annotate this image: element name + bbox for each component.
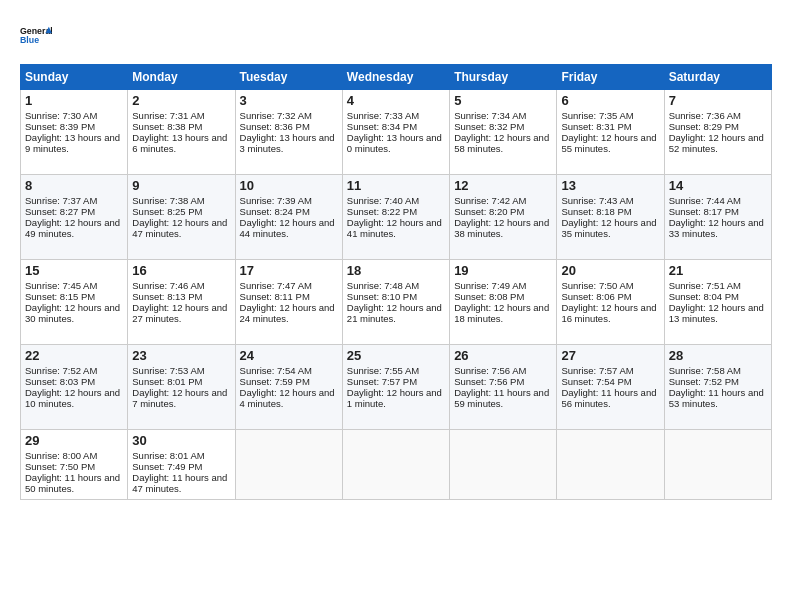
daylight-text: Daylight: 13 hours and 3 minutes. (240, 132, 335, 154)
calendar-cell: 23Sunrise: 7:53 AMSunset: 8:01 PMDayligh… (128, 345, 235, 430)
daylight-text: Daylight: 12 hours and 16 minutes. (561, 302, 656, 324)
sunset-text: Sunset: 7:49 PM (132, 461, 202, 472)
daylight-text: Daylight: 11 hours and 59 minutes. (454, 387, 549, 409)
calendar-cell: 5Sunrise: 7:34 AMSunset: 8:32 PMDaylight… (450, 90, 557, 175)
sunrise-text: Sunrise: 7:54 AM (240, 365, 312, 376)
daylight-text: Daylight: 12 hours and 49 minutes. (25, 217, 120, 239)
calendar-cell: 8Sunrise: 7:37 AMSunset: 8:27 PMDaylight… (21, 175, 128, 260)
sunset-text: Sunset: 8:39 PM (25, 121, 95, 132)
weekday-header-tuesday: Tuesday (235, 65, 342, 90)
logo: General Blue (20, 18, 52, 54)
day-number: 25 (347, 348, 445, 363)
daylight-text: Daylight: 11 hours and 56 minutes. (561, 387, 656, 409)
day-number: 19 (454, 263, 552, 278)
day-number: 18 (347, 263, 445, 278)
day-number: 27 (561, 348, 659, 363)
calendar-cell: 13Sunrise: 7:43 AMSunset: 8:18 PMDayligh… (557, 175, 664, 260)
day-number: 7 (669, 93, 767, 108)
day-number: 17 (240, 263, 338, 278)
calendar-cell (557, 430, 664, 500)
calendar-week-3: 15Sunrise: 7:45 AMSunset: 8:15 PMDayligh… (21, 260, 772, 345)
day-number: 11 (347, 178, 445, 193)
daylight-text: Daylight: 12 hours and 52 minutes. (669, 132, 764, 154)
calendar-cell: 29Sunrise: 8:00 AMSunset: 7:50 PMDayligh… (21, 430, 128, 500)
calendar-cell: 12Sunrise: 7:42 AMSunset: 8:20 PMDayligh… (450, 175, 557, 260)
sunrise-text: Sunrise: 7:43 AM (561, 195, 633, 206)
day-number: 21 (669, 263, 767, 278)
sunrise-text: Sunrise: 7:34 AM (454, 110, 526, 121)
calendar-cell: 24Sunrise: 7:54 AMSunset: 7:59 PMDayligh… (235, 345, 342, 430)
sunrise-text: Sunrise: 7:42 AM (454, 195, 526, 206)
sunrise-text: Sunrise: 7:44 AM (669, 195, 741, 206)
sunset-text: Sunset: 8:25 PM (132, 206, 202, 217)
sunrise-text: Sunrise: 7:40 AM (347, 195, 419, 206)
sunrise-text: Sunrise: 7:53 AM (132, 365, 204, 376)
calendar-cell: 26Sunrise: 7:56 AMSunset: 7:56 PMDayligh… (450, 345, 557, 430)
sunset-text: Sunset: 8:27 PM (25, 206, 95, 217)
sunset-text: Sunset: 8:36 PM (240, 121, 310, 132)
sunrise-text: Sunrise: 7:30 AM (25, 110, 97, 121)
weekday-header-thursday: Thursday (450, 65, 557, 90)
daylight-text: Daylight: 11 hours and 47 minutes. (132, 472, 227, 494)
sunrise-text: Sunrise: 8:00 AM (25, 450, 97, 461)
day-number: 4 (347, 93, 445, 108)
sunrise-text: Sunrise: 7:31 AM (132, 110, 204, 121)
daylight-text: Daylight: 13 hours and 6 minutes. (132, 132, 227, 154)
header: General Blue (20, 18, 772, 54)
sunset-text: Sunset: 8:32 PM (454, 121, 524, 132)
daylight-text: Daylight: 12 hours and 27 minutes. (132, 302, 227, 324)
sunrise-text: Sunrise: 7:52 AM (25, 365, 97, 376)
sunrise-text: Sunrise: 8:01 AM (132, 450, 204, 461)
sunset-text: Sunset: 8:18 PM (561, 206, 631, 217)
sunrise-text: Sunrise: 7:50 AM (561, 280, 633, 291)
daylight-text: Daylight: 12 hours and 24 minutes. (240, 302, 335, 324)
calendar-cell (450, 430, 557, 500)
calendar-cell: 2Sunrise: 7:31 AMSunset: 8:38 PMDaylight… (128, 90, 235, 175)
sunset-text: Sunset: 8:06 PM (561, 291, 631, 302)
svg-text:Blue: Blue (20, 35, 39, 45)
sunset-text: Sunset: 8:04 PM (669, 291, 739, 302)
calendar-cell: 27Sunrise: 7:57 AMSunset: 7:54 PMDayligh… (557, 345, 664, 430)
weekday-header-friday: Friday (557, 65, 664, 90)
calendar-cell: 17Sunrise: 7:47 AMSunset: 8:11 PMDayligh… (235, 260, 342, 345)
sunrise-text: Sunrise: 7:36 AM (669, 110, 741, 121)
sunset-text: Sunset: 8:24 PM (240, 206, 310, 217)
daylight-text: Daylight: 12 hours and 21 minutes. (347, 302, 442, 324)
day-number: 9 (132, 178, 230, 193)
daylight-text: Daylight: 12 hours and 30 minutes. (25, 302, 120, 324)
day-number: 26 (454, 348, 552, 363)
calendar-cell: 19Sunrise: 7:49 AMSunset: 8:08 PMDayligh… (450, 260, 557, 345)
daylight-text: Daylight: 11 hours and 53 minutes. (669, 387, 764, 409)
calendar-cell: 21Sunrise: 7:51 AMSunset: 8:04 PMDayligh… (664, 260, 771, 345)
calendar-cell: 30Sunrise: 8:01 AMSunset: 7:49 PMDayligh… (128, 430, 235, 500)
day-number: 20 (561, 263, 659, 278)
sunset-text: Sunset: 8:11 PM (240, 291, 310, 302)
sunrise-text: Sunrise: 7:33 AM (347, 110, 419, 121)
sunset-text: Sunset: 8:10 PM (347, 291, 417, 302)
daylight-text: Daylight: 12 hours and 38 minutes. (454, 217, 549, 239)
calendar-cell: 28Sunrise: 7:58 AMSunset: 7:52 PMDayligh… (664, 345, 771, 430)
day-number: 1 (25, 93, 123, 108)
sunset-text: Sunset: 8:03 PM (25, 376, 95, 387)
sunset-text: Sunset: 7:56 PM (454, 376, 524, 387)
day-number: 23 (132, 348, 230, 363)
day-number: 3 (240, 93, 338, 108)
sunset-text: Sunset: 8:15 PM (25, 291, 95, 302)
daylight-text: Daylight: 12 hours and 1 minute. (347, 387, 442, 409)
sunrise-text: Sunrise: 7:49 AM (454, 280, 526, 291)
day-number: 28 (669, 348, 767, 363)
day-number: 10 (240, 178, 338, 193)
calendar-cell (664, 430, 771, 500)
sunrise-text: Sunrise: 7:38 AM (132, 195, 204, 206)
sunrise-text: Sunrise: 7:32 AM (240, 110, 312, 121)
daylight-text: Daylight: 12 hours and 4 minutes. (240, 387, 335, 409)
sunrise-text: Sunrise: 7:55 AM (347, 365, 419, 376)
page: General Blue SundayMondayTuesdayWednesda… (0, 0, 792, 612)
sunrise-text: Sunrise: 7:37 AM (25, 195, 97, 206)
sunrise-text: Sunrise: 7:51 AM (669, 280, 741, 291)
calendar-cell: 3Sunrise: 7:32 AMSunset: 8:36 PMDaylight… (235, 90, 342, 175)
calendar-cell: 25Sunrise: 7:55 AMSunset: 7:57 PMDayligh… (342, 345, 449, 430)
calendar-cell: 14Sunrise: 7:44 AMSunset: 8:17 PMDayligh… (664, 175, 771, 260)
sunrise-text: Sunrise: 7:56 AM (454, 365, 526, 376)
sunrise-text: Sunrise: 7:57 AM (561, 365, 633, 376)
